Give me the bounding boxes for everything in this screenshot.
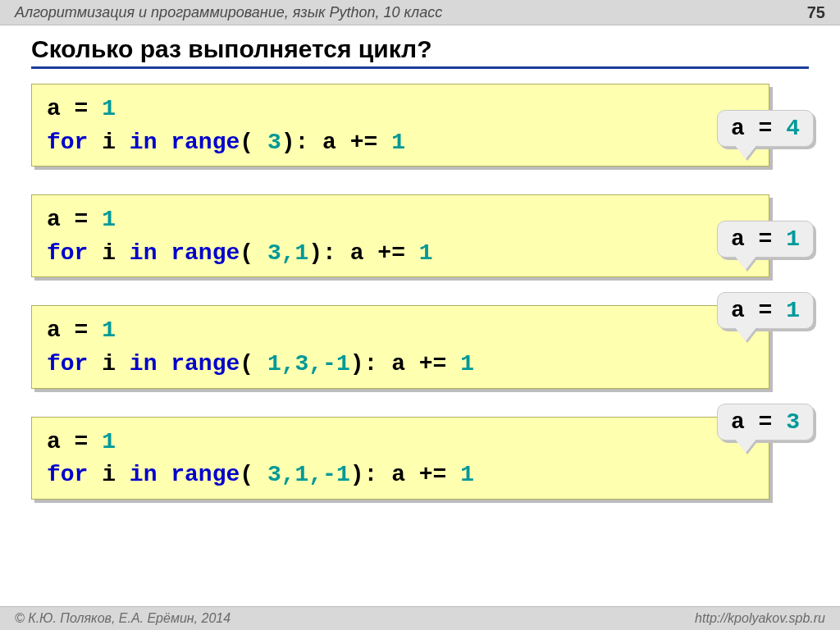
answer-bubble: a = 1 [717,221,814,258]
literal: 1 [102,317,116,343]
code-block: a = 1 for i in range( 3): a += 1 a = 4 [31,84,809,167]
body-text: ): a += [308,240,418,266]
code-line-1: a = 1 [47,203,757,237]
keyword-for: for [47,351,88,377]
code-blocks-container: a = 1 for i in range( 3): a += 1 a = 4 a… [31,84,809,500]
range-args: 3,1 [267,240,308,266]
eq-sign: = [61,429,102,454]
range-args: 1,3,-1 [267,351,350,377]
var-i: i [88,240,129,266]
func-range: range [171,351,240,377]
answer-var: a [731,226,745,252]
keyword-in: in [130,462,158,487]
increment: 1 [391,130,405,155]
code-block: a = 1 for i in range( 3,1): a += 1 a = 1 [31,194,809,277]
increment: 1 [460,351,474,377]
body-text: ): a += [350,462,460,487]
range-args: 3 [267,130,281,155]
question-heading: Сколько раз выполняется цикл? [31,35,809,69]
body-text: ): a += [350,351,460,377]
answer-value: 1 [786,298,800,323]
code-line-2: for i in range( 3,1): a += 1 [47,237,757,271]
page-number: 75 [807,3,825,22]
keyword-in: in [130,240,158,266]
keyword-for: for [47,240,88,266]
literal: 1 [102,96,116,121]
paren-open: ( [240,462,267,487]
answer-eq: = [745,298,786,323]
answer-var: a [731,116,745,141]
code-line-1: a = 1 [47,93,757,126]
eq-sign: = [61,96,102,121]
literal: 1 [102,207,116,232]
answer-var: a [731,298,745,323]
keyword-in: in [130,351,158,377]
var-a: a [47,96,61,121]
increment: 1 [460,462,474,487]
answer-value: 3 [786,409,800,435]
var-a: a [47,429,61,454]
body-text: ): a += [281,130,391,155]
answer-bubble: a = 4 [717,110,814,147]
func-range: range [171,240,240,266]
code-block: a = 1 for i in range( 1,3,-1): a += 1 a … [31,305,809,388]
footer-left: © К.Ю. Поляков, Е.А. Ерёмин, 2014 [15,611,231,626]
code-line-1: a = 1 [47,314,757,348]
var-i: i [88,351,129,377]
footer-right: http://kpolyakov.spb.ru [695,611,825,626]
var-i: i [88,130,129,155]
keyword-for: for [47,130,88,155]
increment: 1 [419,240,433,266]
answer-value: 1 [786,226,800,252]
paren-open: ( [240,351,267,377]
answer-eq: = [745,409,786,435]
slide-content: Сколько раз выполняется цикл? a = 1 for … [0,25,840,500]
code-box: a = 1 for i in range( 3): a += 1 [31,84,769,167]
code-box: a = 1 for i in range( 3,1): a += 1 [31,194,769,277]
footer-bar: © К.Ю. Поляков, Е.А. Ерёмин, 2014 http:/… [0,606,840,630]
answer-value: 4 [786,116,800,141]
keyword-in: in [130,130,158,155]
answer-bubble: a = 3 [717,404,814,441]
code-box: a = 1 for i in range( 1,3,-1): a += 1 [31,305,769,388]
header-title: Алгоритмизация и программирование, язык … [15,4,442,21]
answer-bubble: a = 1 [717,292,814,329]
code-line-2: for i in range( 3): a += 1 [47,126,757,160]
answer-eq: = [745,226,786,252]
code-line-2: for i in range( 3,1,-1): a += 1 [47,459,757,492]
code-line-2: for i in range( 1,3,-1): a += 1 [47,348,757,381]
func-range: range [171,130,240,155]
var-a: a [47,207,61,232]
var-i: i [88,462,129,487]
bubble-tail-icon [734,326,757,341]
keyword-for: for [47,462,88,487]
answer-eq: = [745,116,786,141]
range-args: 3,1,-1 [267,462,350,487]
code-box: a = 1 for i in range( 3,1,-1): a += 1 [31,417,769,500]
eq-sign: = [61,317,102,343]
var-a: a [47,317,61,343]
answer-var: a [731,409,745,435]
eq-sign: = [61,207,102,232]
paren-open: ( [240,240,267,266]
paren-open: ( [240,130,267,155]
bubble-tail-icon [734,255,757,270]
bubble-tail-icon [734,144,757,159]
literal: 1 [102,429,116,454]
bubble-tail-icon [734,438,757,453]
header-bar: Алгоритмизация и программирование, язык … [0,0,840,25]
func-range: range [171,462,240,487]
code-line-1: a = 1 [47,426,757,459]
code-block: a = 1 for i in range( 3,1,-1): a += 1 a … [31,417,809,500]
